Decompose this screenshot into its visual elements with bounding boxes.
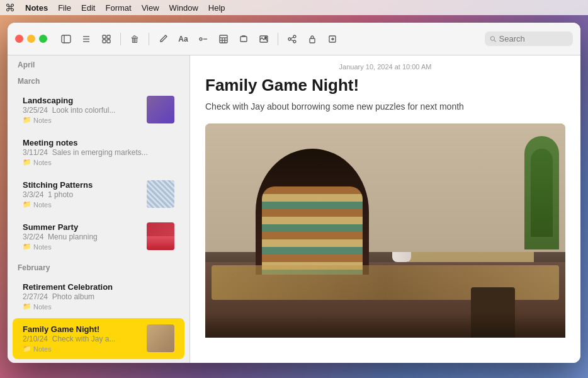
note-meta: 3/2/24 Menu planning [23,232,147,241]
search-input[interactable] [499,34,568,43]
sidebar: April March Landscaping 3/25/24 Look int… [8,55,190,363]
svg-rect-5 [103,35,106,38]
menu-help[interactable]: Help [203,0,230,15]
menu-view[interactable]: View [137,0,164,15]
note-image [205,123,565,363]
sidebar-toggle-button[interactable] [57,30,75,48]
note-item-content: Summer Party 3/2/24 Menu planning 📁Notes [23,222,147,251]
menu-notes[interactable]: Notes [20,0,53,15]
note-folder: 📁Notes [23,243,147,251]
note-body: Check with Jay about borrowing some new … [190,100,580,123]
svg-point-26 [490,37,494,40]
toolbar: 🗑 Aa [8,23,580,55]
note-header: Landscaping 3/25/24 Look into colorful..… [23,96,174,124]
menu-file[interactable]: File [53,0,76,15]
note-title: Stitching Patterns [23,180,147,190]
note-folder: 📁Notes [23,116,147,124]
note-header: Summer Party 3/2/24 Menu planning 📁Notes [23,222,174,251]
search-bar[interactable] [485,32,573,46]
note-editor[interactable]: January 10, 2024 at 10:00 AM Family Game… [190,55,580,363]
note-item-content: Meeting notes 3/11/24 Sales in emerging … [23,138,174,166]
svg-point-19 [293,35,296,38]
export-button[interactable] [324,30,341,48]
note-thumbnail-summer [147,222,174,250]
note-header: Retirement Celebration 2/27/24 Photo alb… [23,282,174,311]
note-item-landscaping[interactable]: Landscaping 3/25/24 Look into colorful..… [13,89,184,130]
delete-button[interactable]: 🗑 [126,30,144,48]
svg-line-22 [291,37,293,38]
media-button[interactable] [255,30,273,48]
note-title: Meeting notes [23,138,174,147]
minimize-button[interactable] [27,35,35,43]
new-note-button[interactable] [154,30,172,48]
table-button[interactable] [215,30,232,48]
section-march: March [8,72,189,88]
svg-point-20 [288,38,291,40]
attachment-button[interactable] [235,30,252,48]
note-meta: 3/3/24 1 photo [23,190,147,199]
section-february: February [8,258,189,275]
svg-rect-6 [107,35,110,38]
close-button[interactable] [15,35,23,43]
share-button[interactable] [283,30,301,48]
note-thumbnail-landscaping [147,96,174,123]
note-title: Summer Party [23,222,147,232]
section-april: April [8,55,189,72]
note-meta: 2/10/24 Check with Jay a... [23,335,147,343]
svg-point-21 [293,40,296,43]
note-item-retirement[interactable]: Retirement Celebration 2/27/24 Photo alb… [13,276,184,317]
note-meta: 3/25/24 Look into colorful... [23,106,147,115]
maximize-button[interactable] [39,35,47,43]
note-header: Stitching Patterns 3/3/24 1 photo 📁Notes [23,180,174,209]
svg-rect-0 [62,35,71,43]
note-item-content: Landscaping 3/25/24 Look into colorful..… [23,96,147,124]
note-meta: 2/27/24 Photo album [23,292,174,301]
search-icon [490,35,497,43]
note-item-family-game[interactable]: Family Game Night! 2/10/24 Check with Ja… [13,318,184,359]
note-folder: 📁Notes [23,158,174,166]
text-format-button[interactable]: Aa [174,30,192,48]
note-item-summer[interactable]: Summer Party 3/2/24 Menu planning 📁Notes [13,216,184,257]
note-thumbnail-stitching [147,180,174,208]
lock-button[interactable] [303,30,321,48]
gallery-view-button[interactable] [98,30,115,48]
note-title: Family Game Night! [23,324,147,334]
photo-scene [205,123,565,338]
list-view-button[interactable] [77,30,95,48]
menu-format[interactable]: Format [100,0,136,15]
main-content: April March Landscaping 3/25/24 Look int… [8,55,580,363]
svg-point-18 [265,37,267,38]
separator-1 [120,33,121,45]
note-header: Meeting notes 3/11/24 Sales in emerging … [23,138,174,166]
note-title: Landscaping [23,96,147,105]
note-folder: 📁Notes [23,200,147,209]
svg-rect-11 [220,35,227,43]
note-item-content: Retirement Celebration 2/27/24 Photo alb… [23,282,174,311]
note-title: Retirement Celebration [23,282,174,292]
note-item-content: Family Game Night! 2/10/24 Check with Ja… [23,324,147,353]
note-item-stitching[interactable]: Stitching Patterns 3/3/24 1 photo 📁Notes [13,174,184,215]
svg-rect-16 [240,37,247,42]
svg-point-9 [200,38,202,40]
menubar: ⌘ Notes File Edit Format View Window Hel… [0,0,588,15]
separator-2 [149,33,149,45]
apple-menu[interactable]: ⌘ [5,2,15,14]
separator-3 [278,33,278,45]
note-folder: 📁Notes [23,345,147,353]
svg-rect-8 [107,40,110,43]
note-item-content: Stitching Patterns 3/3/24 1 photo 📁Notes [23,180,147,209]
photo-shadow [205,312,565,338]
note-title-main: Family Game Night! [190,76,580,100]
svg-rect-7 [103,40,106,43]
menu-window[interactable]: Window [164,0,203,15]
traffic-lights [15,35,47,43]
photo-shirt [262,186,363,275]
menu-edit[interactable]: Edit [76,0,100,15]
checklist-button[interactable] [195,30,212,48]
note-header: Family Game Night! 2/10/24 Check with Ja… [23,324,174,353]
note-meta: 3/11/24 Sales in emerging markets... [23,148,174,157]
svg-rect-24 [310,38,315,43]
notes-window: 🗑 Aa [8,23,580,363]
note-item-meeting[interactable]: Meeting notes 3/11/24 Sales in emerging … [13,132,184,173]
svg-line-23 [291,40,293,41]
